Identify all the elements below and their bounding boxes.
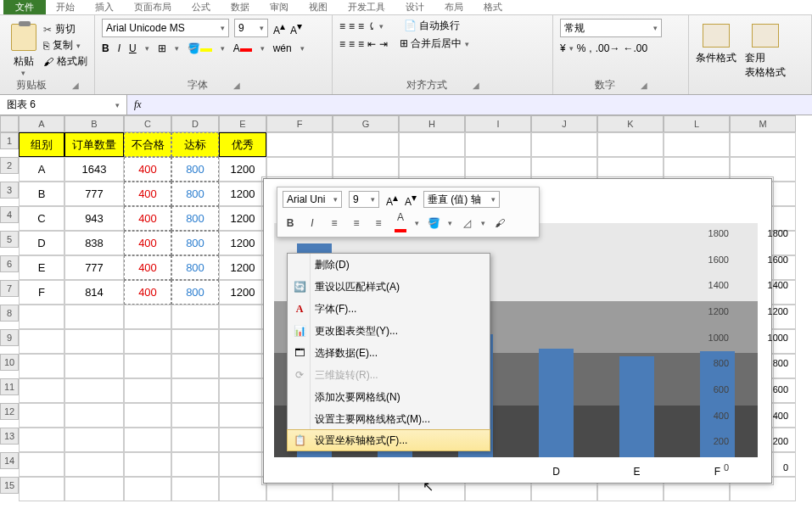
tab-insert[interactable]: 插入	[85, 1, 124, 14]
inc-decimal-icon[interactable]: .00→	[596, 42, 620, 54]
cell[interactable]	[171, 403, 219, 428]
cell[interactable]: 1200	[219, 231, 266, 255]
tab-format[interactable]: 格式	[473, 1, 512, 14]
cell[interactable]: D	[19, 231, 64, 255]
cell[interactable]	[64, 477, 124, 501]
cell[interactable]: A	[19, 157, 64, 182]
cell[interactable]: 优秀	[219, 132, 266, 157]
ctx-add-gridlines[interactable]: 添加次要网格线(N)	[288, 386, 490, 408]
cell[interactable]	[664, 132, 730, 157]
chart-bar[interactable]	[619, 356, 655, 457]
cell[interactable]: 943	[64, 206, 124, 231]
cell[interactable]	[171, 354, 219, 378]
cell[interactable]	[124, 329, 171, 354]
cell[interactable]: 777	[64, 182, 124, 206]
cell[interactable]	[19, 305, 64, 329]
col-header[interactable]: C	[124, 115, 171, 132]
cell[interactable]	[219, 428, 266, 452]
cell[interactable]	[333, 132, 399, 157]
cell[interactable]	[64, 354, 124, 378]
cell[interactable]	[219, 477, 266, 501]
cell[interactable]	[64, 428, 124, 452]
row-header[interactable]: 6	[0, 255, 19, 272]
cell[interactable]	[465, 132, 531, 157]
ctx-format-gridlines[interactable]: 设置主要网格线格式(M)...	[288, 408, 490, 430]
cell[interactable]	[64, 305, 124, 329]
ctx-format-axis[interactable]: 📋设置坐标轴格式(F)...	[287, 429, 490, 451]
fx-icon[interactable]: fx	[134, 98, 142, 111]
cell[interactable]: 1200	[219, 206, 266, 231]
tab-data[interactable]: 数据	[221, 1, 260, 14]
expand-icon[interactable]: ◢	[72, 81, 79, 90]
cell[interactable]: 1643	[64, 157, 124, 182]
tab-dev[interactable]: 开发工具	[338, 1, 395, 14]
tab-formula[interactable]: 公式	[182, 1, 221, 14]
chart-x-axis[interactable]: DEF	[274, 466, 758, 478]
cell[interactable]: 达标	[171, 132, 219, 157]
cell[interactable]	[171, 378, 219, 403]
align-right-icon[interactable]: ≡	[358, 38, 364, 50]
cell[interactable]: 1200	[219, 157, 266, 182]
cell[interactable]	[124, 305, 171, 329]
row-header[interactable]: 5	[0, 231, 19, 248]
select-all-corner[interactable]	[0, 115, 19, 132]
expand-icon[interactable]: ◢	[473, 81, 479, 90]
row-header[interactable]: 14	[0, 452, 19, 469]
wrap-text-button[interactable]: 📄 自动换行	[404, 19, 460, 33]
mini-outline-button[interactable]: ◿	[459, 217, 474, 229]
cell[interactable]: 800	[171, 280, 219, 305]
cell[interactable]	[266, 132, 333, 157]
paste-button[interactable]: 粘贴 ▾	[7, 19, 40, 78]
cell[interactable]	[531, 132, 597, 157]
painter-button[interactable]: 🖌格式刷	[43, 54, 87, 69]
cell[interactable]	[219, 403, 266, 428]
border-button[interactable]: ⊞	[158, 42, 166, 54]
indent-inc-icon[interactable]: ⇥	[379, 38, 388, 50]
shrink-font-icon[interactable]: A▾	[290, 20, 302, 36]
cell[interactable]: 800	[171, 182, 219, 206]
tab-layout2[interactable]: 布局	[434, 1, 473, 14]
mini-font-color-button[interactable]: A	[393, 211, 408, 235]
cell[interactable]	[64, 452, 124, 477]
mini-italic-button[interactable]: I	[305, 217, 320, 229]
cell[interactable]: 400	[124, 280, 171, 305]
col-header[interactable]: B	[64, 115, 124, 132]
cell[interactable]: 800	[171, 157, 219, 182]
cell[interactable]: 400	[124, 255, 171, 280]
expand-icon[interactable]: ◢	[233, 81, 240, 90]
expand-icon[interactable]: ◢	[641, 81, 647, 90]
cell[interactable]: 1200	[219, 280, 266, 305]
mini-axis-combo[interactable]: 垂直 (值) 轴▾	[423, 191, 500, 208]
cell[interactable]: E	[19, 255, 64, 280]
cell[interactable]	[171, 329, 219, 354]
shrink-font-icon[interactable]: A▾	[405, 192, 417, 208]
cell[interactable]: 不合格	[124, 132, 171, 157]
file-tab[interactable]: 文件	[3, 0, 46, 14]
cell[interactable]: 订单数量	[64, 132, 124, 157]
orientation-icon[interactable]: ⤹	[367, 20, 376, 32]
cell[interactable]: 800	[171, 206, 219, 231]
row-header[interactable]: 1	[0, 132, 19, 149]
tab-view[interactable]: 视图	[299, 1, 338, 14]
mini-fill-button[interactable]: 🪣	[426, 217, 441, 229]
cell[interactable]	[219, 378, 266, 403]
cell[interactable]: 1200	[219, 255, 266, 280]
cell[interactable]: F	[19, 280, 64, 305]
cell[interactable]: 800	[171, 255, 219, 280]
cell[interactable]	[64, 403, 124, 428]
col-header[interactable]: D	[171, 115, 219, 132]
mini-brush-icon[interactable]: 🖌	[492, 217, 507, 229]
indent-dec-icon[interactable]: ⇤	[367, 38, 376, 50]
cell[interactable]	[19, 354, 64, 378]
col-header[interactable]: K	[597, 115, 664, 132]
align-center-icon[interactable]: ≡	[349, 38, 355, 50]
cell[interactable]	[219, 354, 266, 378]
cell[interactable]	[19, 428, 64, 452]
mini-align-left-icon[interactable]: ≡	[327, 217, 342, 229]
number-format-combo[interactable]: 常规▾	[560, 19, 662, 37]
comma-icon[interactable]: ,	[589, 42, 591, 54]
cell[interactable]	[730, 132, 796, 157]
fill-color-button[interactable]: 🪣	[188, 42, 212, 54]
ctx-reset[interactable]: 🔄重设以匹配样式(A)	[288, 276, 490, 298]
dec-decimal-icon[interactable]: ←.00	[623, 42, 647, 54]
